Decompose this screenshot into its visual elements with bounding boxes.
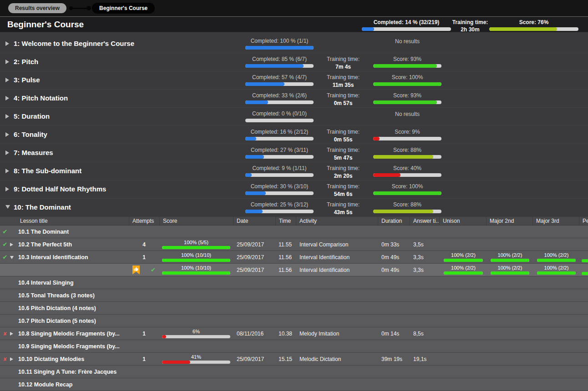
column-header-unison[interactable]: Unison bbox=[439, 217, 486, 226]
table-row[interactable]: ✔ 10.2 The Perfect 5th 4 100% (5/5) 25/0… bbox=[0, 238, 588, 251]
completed-progress-bar bbox=[245, 155, 314, 159]
score-label: Score: 100% bbox=[373, 183, 441, 190]
collapse-arrow-icon[interactable] bbox=[5, 205, 10, 209]
attempt-subrow[interactable]: ✔ 100% (10/10) 25/09/2017 11.56 Interval… bbox=[0, 264, 588, 276]
activity-value: Interval Identification bbox=[296, 267, 378, 273]
date-value: 25/09/2017 bbox=[233, 254, 275, 261]
duration-value: 0m 14s bbox=[378, 331, 410, 337]
section-title[interactable]: 6: Tonality bbox=[14, 130, 47, 138]
completed-progress-bar bbox=[245, 46, 314, 50]
section-row-10[interactable]: 10: The Dominant Completed: 25 % (3/12) … bbox=[0, 199, 588, 217]
table-row[interactable]: 10.12 Module Recap bbox=[0, 378, 588, 391]
section-row-4[interactable]: 4: Pitch Notation Completed: 33 % (2/6) … bbox=[0, 90, 588, 108]
connector-line bbox=[73, 8, 86, 9]
collapse-arrow-icon[interactable] bbox=[10, 256, 14, 259]
score-bar-fill bbox=[162, 246, 230, 249]
expand-arrow-icon[interactable] bbox=[5, 60, 9, 64]
score-progress-bar bbox=[373, 64, 441, 68]
table-row[interactable]: ✔ 10.1 The Dominant bbox=[0, 226, 588, 238]
training-time-value: 2h 30m bbox=[450, 26, 491, 33]
completed-progress-fill bbox=[245, 82, 284, 86]
course-training-time-stat: Training time: 2h 30m bbox=[450, 19, 491, 33]
training-time-value: 0m 55s bbox=[314, 136, 373, 143]
section-title[interactable]: 3: Pulse bbox=[14, 76, 40, 84]
section-title[interactable]: 2: Pitch bbox=[14, 58, 38, 65]
section-row-9[interactable]: 9: Dotted Half Note Rhythms Completed: 3… bbox=[0, 180, 588, 199]
unison-score-bar-fill bbox=[444, 271, 483, 275]
table-row[interactable]: 10.7 Pitch Dictation (5 notes) bbox=[0, 315, 588, 327]
duration-value: 39m 19s bbox=[378, 356, 410, 362]
expand-arrow-icon[interactable] bbox=[5, 187, 9, 191]
table-row[interactable]: 10.5 Tonal Threads (3 notes) bbox=[0, 289, 588, 302]
column-header-attempts[interactable]: Attempts bbox=[129, 217, 159, 226]
section-row-7[interactable]: 7: Measures Completed: 27 % (3/11) Train… bbox=[0, 144, 588, 162]
completed-label: Completed: 16 % (2/12) bbox=[245, 129, 314, 135]
section-title[interactable]: 7: Measures bbox=[14, 149, 53, 156]
table-row[interactable]: ✘ 10.8 Singing Melodic Fragments (by... … bbox=[0, 327, 588, 340]
pass-check-icon: ✔ bbox=[3, 228, 8, 235]
table-row[interactable]: 10.6 Pitch Dictation (4 notes) bbox=[0, 302, 588, 315]
expand-arrow-icon[interactable] bbox=[5, 114, 9, 119]
section-score-stat: Score: 93% bbox=[373, 92, 441, 104]
column-header-duration[interactable]: Duration bbox=[378, 217, 410, 226]
score-value: 100% (10/10) bbox=[162, 252, 230, 258]
table-row[interactable]: ✔ 10.3 Interval Identification 1 100% (1… bbox=[0, 251, 588, 264]
score-progress-bar bbox=[373, 191, 441, 195]
section-title[interactable]: 1: Welcome to the Beginner's Course bbox=[14, 40, 134, 47]
column-header-date[interactable]: Date bbox=[233, 217, 275, 226]
training-time-value: 43m 5s bbox=[314, 209, 373, 216]
section-title[interactable]: 10: The Dominant bbox=[14, 203, 71, 211]
column-header-score[interactable]: Score bbox=[159, 217, 233, 226]
expand-arrow-icon[interactable] bbox=[5, 169, 9, 173]
unison-score-value: 100% (2/2) bbox=[444, 252, 483, 258]
score-bar bbox=[162, 246, 230, 249]
table-row[interactable]: 10.4 Interval Singing bbox=[0, 276, 588, 289]
section-title[interactable]: 4: Pitch Notation bbox=[14, 94, 68, 102]
expand-arrow-icon[interactable] bbox=[10, 332, 13, 336]
section-title[interactable]: 5: Duration bbox=[14, 112, 50, 120]
section-row-3[interactable]: 3: Pulse Completed: 57 % (4/7) Training … bbox=[0, 71, 588, 90]
column-header-perfect[interactable]: Pe... bbox=[579, 217, 588, 226]
training-time-value: 5m 47s bbox=[314, 155, 373, 161]
section-completed-stat: Completed: 100 % (1/1) bbox=[245, 38, 314, 50]
connector-dot-icon bbox=[69, 6, 73, 10]
column-header-major-3rd[interactable]: Major 3rd bbox=[532, 217, 579, 226]
results-overview-button[interactable]: Results overview bbox=[8, 3, 66, 13]
section-row-2[interactable]: 2: Pitch Completed: 85 % (6/7) Training … bbox=[0, 53, 588, 71]
pass-check-icon: ✔ bbox=[151, 266, 156, 273]
completed-progress-bar bbox=[245, 119, 314, 122]
expand-arrow-icon[interactable] bbox=[5, 150, 9, 155]
section-title[interactable]: 9: Dotted Half Note Rhythms bbox=[14, 185, 106, 193]
expand-arrow-icon[interactable] bbox=[5, 132, 9, 137]
section-title[interactable]: 8: The Sub-dominant bbox=[14, 167, 81, 175]
section-row-6[interactable]: 6: Tonality Completed: 16 % (2/12) Train… bbox=[0, 126, 588, 144]
section-completed-stat: Completed: 0 % (0/10) bbox=[245, 110, 314, 122]
score-cell: 41% bbox=[162, 354, 230, 364]
app: { "breadcrumb": { "results_overview": "R… bbox=[0, 0, 588, 391]
expand-arrow-icon[interactable] bbox=[5, 96, 9, 100]
activity-value: Interval Comparison bbox=[296, 241, 378, 248]
expand-arrow-icon[interactable] bbox=[10, 357, 13, 361]
section-row-5[interactable]: 5: Duration Completed: 0 % (0/10) No res… bbox=[0, 108, 588, 126]
score-cell: 100% (10/10) bbox=[162, 265, 230, 275]
major-2nd-score-value: 100% (2/2) bbox=[491, 252, 529, 258]
table-row[interactable]: ✘ 10.10 Dictating Melodies 1 41% 25/09/2… bbox=[0, 353, 588, 366]
expand-arrow-icon[interactable] bbox=[5, 41, 9, 46]
column-header-major-2nd[interactable]: Major 2nd bbox=[486, 217, 532, 226]
column-header-activity[interactable]: Activity bbox=[296, 217, 378, 226]
score-value: 100% (5/5) bbox=[162, 240, 230, 245]
completed-progress-bar bbox=[245, 64, 314, 68]
expand-arrow-icon[interactable] bbox=[5, 78, 9, 82]
section-row-1[interactable]: 1: Welcome to the Beginner's Course Comp… bbox=[0, 35, 588, 53]
column-header-answer-time[interactable]: Answer ti... bbox=[410, 217, 439, 226]
answer-time-value: 8,5s bbox=[410, 331, 439, 337]
table-row[interactable]: 10.9 Singing Melodic Fragments (by... bbox=[0, 340, 588, 353]
section-completed-stat: Completed: 16 % (2/12) bbox=[245, 129, 314, 140]
expand-arrow-icon[interactable] bbox=[10, 243, 13, 246]
column-header-time[interactable]: Time bbox=[275, 217, 296, 226]
column-header-lesson-title[interactable]: Lesson title bbox=[0, 217, 129, 226]
pass-check-icon: ✔ bbox=[3, 254, 8, 261]
table-row[interactable]: 10.11 Singing A Tune: Frère Jacques bbox=[0, 366, 588, 378]
course-tab-button[interactable]: Beginner's Course bbox=[92, 3, 155, 14]
section-row-8[interactable]: 8: The Sub-dominant Completed: 9 % (1/11… bbox=[0, 162, 588, 180]
